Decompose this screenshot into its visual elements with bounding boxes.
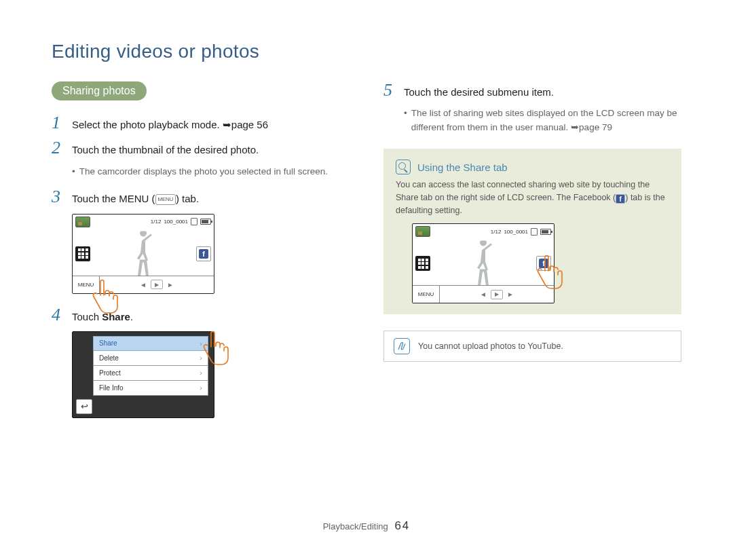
battery-icon — [540, 229, 551, 235]
menu-row-share: Share› — [93, 336, 208, 351]
arrow-icon: ➥ — [571, 122, 579, 132]
magnifier-icon — [396, 160, 411, 174]
menu-list: Share› Delete› Protect› File Info› — [93, 336, 208, 396]
right-column: 5 Touch the desired submenu item. •The l… — [383, 81, 681, 430]
note-icon — [394, 338, 410, 354]
chevron-right-icon: › — [200, 369, 202, 377]
tip-box: Using the Share tab You can access the l… — [383, 149, 681, 314]
lcd-topbar: 1/12 100_0001 — [415, 226, 551, 237]
lcd-illustration-2: Share› Delete› Protect› File Info› ↩ — [72, 331, 214, 418]
page-number: 64 — [394, 519, 410, 532]
step-number: 5 — [383, 81, 396, 99]
menu-row-fileinfo: File Info› — [93, 381, 208, 396]
chevron-right-icon: › — [200, 384, 202, 392]
thumbnail-icon — [75, 217, 90, 227]
step-text-part: Touch the MENU ( — [72, 193, 155, 204]
step-text: Touch the desired submenu item. — [404, 84, 554, 100]
step-text-part: . — [130, 311, 133, 322]
bullet-text-part: page 79 — [579, 122, 612, 132]
step-text: Select the photo playback mode. ➥page 56 — [72, 117, 268, 132]
lcd-topbar: 1/12 100_0001 — [75, 217, 211, 227]
menu-button: MENU — [413, 285, 440, 303]
menu-label: File Info — [99, 384, 124, 392]
tip-text: You can access the last connected sharin… — [396, 179, 669, 217]
menu-tag-icon: MENU — [155, 194, 176, 204]
step-5: 5 Touch the desired submenu item. — [383, 81, 681, 100]
menu-row-delete: Delete› — [93, 351, 208, 366]
touch-hand-icon — [88, 278, 122, 315]
step-number: 4 — [52, 306, 64, 324]
back-button-icon: ↩ — [76, 399, 92, 414]
grid-icon — [75, 246, 90, 261]
step-2-bullet: •The camcorder displays the photo you se… — [72, 165, 350, 179]
lcd-illustration-3: 1/12 100_0001 f MENU — [412, 223, 558, 303]
photo-content — [469, 241, 497, 288]
step-1: 1 Select the photo playback mode. ➥page … — [52, 114, 350, 132]
memory-card-icon — [531, 228, 538, 236]
bullet-text-part: The list of sharing web sites displayed … — [411, 108, 677, 132]
step-text-part: page 56 — [231, 119, 268, 130]
lcd-filename: 100_0001 — [504, 229, 528, 235]
note-box: You cannot upload photos to YouTube. — [383, 331, 681, 362]
step-text: Touch the MENU (MENU) tab. — [72, 191, 199, 206]
lcd-counter: 1/12 — [151, 219, 162, 225]
step-3: 3 Touch the MENU (MENU) tab. — [52, 188, 350, 206]
lcd-illustration-1: 1/12 100_0001 f MENU ◄▶► — [72, 214, 218, 294]
touch-hand-icon — [533, 253, 567, 291]
play-icon: ▶ — [151, 280, 163, 289]
section-pill: Sharing photos — [52, 81, 147, 100]
menu-label: Delete — [99, 354, 119, 362]
step-number: 3 — [52, 188, 64, 206]
facebook-icon: f — [616, 194, 625, 204]
left-column: Sharing photos 1 Select the photo playba… — [52, 81, 350, 430]
step-2: 2 Touch the thumbnail of the desired pho… — [52, 139, 350, 157]
note-text: You cannot upload photos to YouTube. — [418, 341, 563, 351]
step-text: Touch the thumbnail of the desired photo… — [72, 142, 259, 157]
battery-icon — [200, 219, 211, 225]
step-number: 2 — [52, 139, 64, 157]
step-5-bullet: •The list of sharing web sites displayed… — [404, 107, 681, 135]
lcd-counter: 1/12 — [491, 229, 502, 235]
photo-content — [129, 231, 157, 278]
step-text-part: ) tab. — [176, 193, 199, 204]
footer-label: Playback/Editing — [323, 521, 388, 531]
tip-text-part: You can access the last connected sharin… — [396, 180, 650, 202]
tip-title: Using the Share tab — [417, 162, 508, 173]
thumbnail-icon — [415, 226, 430, 237]
step-number: 1 — [52, 114, 64, 132]
menu-label: Share — [99, 339, 117, 347]
menu-label: Protect — [99, 369, 121, 377]
share-tab: f — [196, 246, 211, 261]
page-title: Editing videos or photos — [52, 41, 681, 62]
lcd-filename: 100_0001 — [164, 219, 188, 225]
memory-card-icon — [191, 218, 198, 225]
facebook-icon: f — [199, 249, 208, 259]
menu-row-protect: Protect› — [93, 366, 208, 381]
bullet-text: The list of sharing web sites displayed … — [411, 107, 681, 135]
step-text-part: Select the photo playback mode. — [72, 119, 223, 130]
page-footer: Playback/Editing 64 — [0, 519, 733, 533]
touch-hand-icon — [199, 329, 233, 367]
grid-icon — [415, 256, 430, 271]
bullet-text: The camcorder displays the photo you sel… — [79, 165, 328, 179]
play-icon: ▶ — [491, 290, 503, 299]
arrow-icon: ➥ — [223, 119, 231, 130]
